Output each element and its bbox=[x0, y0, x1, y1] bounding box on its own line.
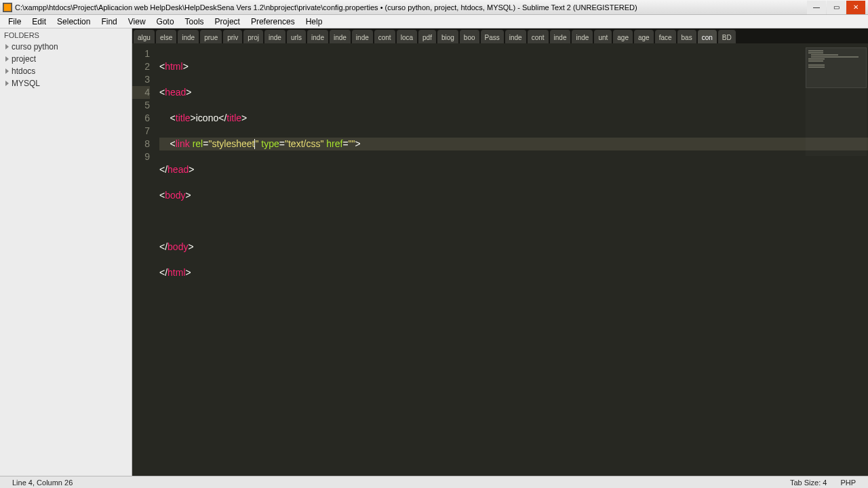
tab[interactable]: inde bbox=[264, 30, 285, 43]
sidebar-folder-mysql[interactable]: MYSQL bbox=[0, 77, 132, 89]
tab[interactable]: Pass bbox=[481, 30, 504, 43]
sidebar-folder-label: project bbox=[12, 54, 36, 64]
tab[interactable]: loca bbox=[397, 30, 417, 43]
sidebar: FOLDERS curso python project htdocs MYSQ… bbox=[0, 28, 132, 476]
tab[interactable]: boo bbox=[460, 30, 479, 43]
window-minimize-button[interactable]: — bbox=[807, 1, 826, 14]
menu-file[interactable]: File bbox=[3, 17, 26, 26]
tab[interactable]: inde bbox=[330, 30, 351, 43]
tab[interactable]: proj bbox=[243, 30, 263, 43]
sidebar-folder-label: htdocs bbox=[12, 66, 35, 76]
tab[interactable]: cont bbox=[528, 30, 549, 43]
status-syntax[interactable]: PHP bbox=[833, 479, 863, 487]
editor-area: alguelseindeprueprivprojindeurlsindeinde… bbox=[132, 28, 868, 476]
line-number: 2 bbox=[132, 60, 150, 73]
line-number: 5 bbox=[132, 99, 150, 112]
tab[interactable]: biog bbox=[437, 30, 458, 43]
tab[interactable]: inde bbox=[550, 30, 571, 43]
line-number: 7 bbox=[132, 125, 150, 138]
line-number: 8 bbox=[132, 138, 150, 150]
tab[interactable]: age bbox=[613, 30, 633, 43]
app-icon bbox=[3, 3, 12, 12]
window-title: C:\xampp\htdocs\Project\Aplicacion web H… bbox=[15, 3, 806, 12]
sidebar-folder-label: curso python bbox=[12, 42, 58, 52]
folder-arrow-icon bbox=[5, 44, 9, 49]
tab[interactable]: urls bbox=[287, 30, 306, 43]
status-bar: Line 4, Column 26 Tab Size: 4 PHP bbox=[0, 476, 868, 488]
tab[interactable]: BD bbox=[718, 30, 736, 43]
tab[interactable]: con bbox=[698, 30, 717, 43]
line-number: 9 bbox=[132, 150, 150, 163]
tab[interactable]: else bbox=[156, 30, 176, 43]
svg-rect-1 bbox=[4, 3, 12, 11]
tab[interactable]: pdf bbox=[418, 30, 436, 43]
sidebar-folder-project[interactable]: project bbox=[0, 53, 132, 65]
minimap-viewport[interactable] bbox=[806, 47, 867, 88]
tab[interactable]: inde bbox=[572, 30, 593, 43]
tab[interactable]: cont bbox=[374, 30, 395, 43]
code-content[interactable]: <html> <head> <title>icono</title> <link… bbox=[155, 43, 868, 476]
sidebar-folder-curso-python[interactable]: curso python bbox=[0, 41, 132, 53]
tab[interactable]: inde bbox=[352, 30, 373, 43]
menu-tools[interactable]: Tools bbox=[180, 17, 210, 26]
line-number: 1 bbox=[132, 47, 150, 60]
tab[interactable]: face bbox=[655, 30, 676, 43]
tab[interactable]: unt bbox=[594, 30, 612, 43]
folder-arrow-icon bbox=[5, 68, 9, 74]
tab[interactable]: algu bbox=[134, 30, 155, 43]
tab[interactable]: inde bbox=[307, 30, 328, 43]
window-close-button[interactable]: ✕ bbox=[846, 1, 865, 14]
tab[interactable]: inde bbox=[505, 30, 526, 43]
line-gutter: 1 2 3 4 5 6 7 8 9 bbox=[132, 43, 155, 476]
menu-help[interactable]: Help bbox=[300, 17, 328, 26]
line-number: 3 bbox=[132, 73, 150, 86]
tab[interactable]: prue bbox=[200, 30, 222, 43]
menu-project[interactable]: Project bbox=[210, 17, 245, 26]
status-tab-size[interactable]: Tab Size: 4 bbox=[783, 479, 833, 487]
menu-view[interactable]: View bbox=[123, 17, 151, 26]
tab[interactable]: bas bbox=[677, 30, 696, 43]
folder-arrow-icon bbox=[5, 56, 9, 62]
sidebar-folder-label: MYSQL bbox=[12, 79, 40, 88]
code-editor[interactable]: 1 2 3 4 5 6 7 8 9 <html> <head> <title>i… bbox=[132, 43, 868, 476]
tab[interactable]: inde bbox=[178, 30, 199, 43]
menu-preferences[interactable]: Preferences bbox=[245, 17, 300, 26]
window-titlebar: C:\xampp\htdocs\Project\Aplicacion web H… bbox=[0, 0, 868, 15]
sidebar-folder-htdocs[interactable]: htdocs bbox=[0, 65, 132, 77]
line-number: 4 bbox=[132, 86, 150, 99]
menu-selection[interactable]: Selection bbox=[52, 17, 96, 26]
menu-find[interactable]: Find bbox=[96, 17, 122, 26]
tab[interactable]: priv bbox=[223, 30, 242, 43]
minimap[interactable] bbox=[806, 47, 867, 156]
menu-edit[interactable]: Edit bbox=[26, 17, 52, 26]
line-number: 6 bbox=[132, 112, 150, 125]
tab-bar: alguelseindeprueprivprojindeurlsindeinde… bbox=[132, 28, 868, 43]
menu-goto[interactable]: Goto bbox=[151, 17, 180, 26]
menu-bar: File Edit Selection Find View Goto Tools… bbox=[0, 15, 868, 28]
window-maximize-button[interactable]: ▭ bbox=[827, 1, 846, 14]
tab[interactable]: age bbox=[634, 30, 654, 43]
folder-arrow-icon bbox=[5, 81, 9, 86]
sidebar-heading: FOLDERS bbox=[0, 28, 132, 41]
status-cursor-position: Line 4, Column 26 bbox=[5, 479, 79, 487]
